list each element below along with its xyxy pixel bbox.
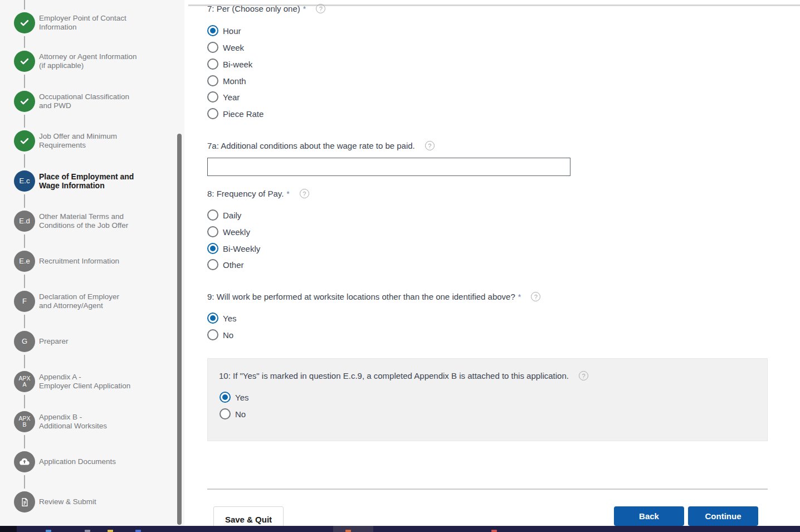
sidebar-item-attorney-agent[interactable]: Attorney or Agent Information (if applic…	[14, 51, 170, 72]
sidebar-item-declaration[interactable]: F Declaration of Employer and Attorney/A…	[14, 291, 170, 312]
q7-option-week[interactable]: Week	[207, 42, 244, 53]
radio-button[interactable]	[207, 91, 218, 103]
radio-button[interactable]	[219, 408, 231, 419]
q10-option-yes[interactable]: Yes	[219, 392, 248, 403]
back-button[interactable]: Back	[614, 506, 684, 526]
radio-label: Other	[223, 260, 244, 270]
sidebar-item-job-offer[interactable]: Job Offer and Minimum Requirements	[14, 130, 170, 152]
question-7-label: 7: Per (Choose only one)	[207, 4, 300, 13]
taskbar-icon-sliver	[46, 530, 51, 532]
sidebar-item-recruitment[interactable]: E.e Recruitment Information	[14, 251, 170, 272]
q8-option-daily[interactable]: Daily	[207, 209, 241, 221]
sidebar-item-label: Application Documents	[39, 457, 116, 466]
radio-label: Yes	[235, 393, 248, 402]
radio-button[interactable]	[207, 313, 218, 324]
radio-button[interactable]	[207, 58, 218, 70]
q7-option-hour[interactable]: Hour	[207, 25, 241, 36]
check-icon	[14, 130, 35, 152]
radio-label: No	[235, 409, 246, 419]
check-icon	[14, 51, 35, 72]
q8-option-other[interactable]: Other	[207, 259, 244, 270]
radio-label: Daily	[223, 211, 241, 220]
radio-button[interactable]	[219, 392, 231, 403]
radio-label: Hour	[223, 26, 241, 36]
question-circle-icon[interactable]: ?	[425, 141, 435, 150]
q7-option-month[interactable]: Month	[207, 75, 246, 86]
sidebar-item-label: Occupational Classification and PWD	[39, 92, 129, 110]
required-asterisk: *	[303, 4, 306, 13]
q8-option-weekly[interactable]: Weekly	[207, 226, 250, 237]
radio-button[interactable]	[207, 25, 218, 36]
sidebar-scrollbar-thumb[interactable]	[177, 134, 182, 525]
step-badge-ec: E.c	[14, 170, 35, 192]
sidebar-item-review-submit[interactable]: Review & Submit	[14, 491, 170, 513]
question-circle-icon[interactable]: ?	[579, 371, 588, 380]
sidebar-item-label: Preparer	[39, 337, 69, 346]
sidebar-item-label: Place of Employment and Wage Information	[39, 172, 134, 190]
required-asterisk: *	[286, 189, 289, 198]
cloud-upload-icon	[14, 451, 35, 472]
sidebar-item-appendix-a[interactable]: APX A Appendix A - Employer Client Appli…	[14, 371, 170, 392]
question-8-label-row: 8: Frequency of Pay. * ?	[207, 189, 309, 198]
q8-option-biweekly[interactable]: Bi-Weekly	[207, 243, 260, 254]
flag-application-page: Employer Point of Contact Information At…	[0, 0, 800, 532]
sidebar-item-other-material-terms[interactable]: E.d Other Material Terms and Conditions …	[14, 211, 170, 232]
radio-label: Week	[223, 43, 244, 52]
question-7a-label: 7a: Additional conditions about the wage…	[207, 141, 415, 150]
question-10-label-row: 10: If "Yes" is marked in question E.c.9…	[219, 371, 588, 380]
sidebar-item-label: Other Material Terms and Conditions of t…	[39, 212, 128, 230]
radio-button[interactable]	[207, 75, 218, 86]
taskbar-corner	[0, 526, 17, 532]
sidebar-item-label: Recruitment Information	[39, 257, 119, 266]
question-circle-icon[interactable]: ?	[300, 189, 309, 198]
sidebar-item-label: Review & Submit	[39, 497, 96, 506]
q7-option-year[interactable]: Year	[207, 91, 240, 103]
sidebar-item-label: Employer Point of Contact Information	[39, 14, 126, 32]
radio-button[interactable]	[207, 42, 218, 53]
taskbar-active-icon	[333, 526, 373, 532]
continue-button[interactable]: Continue	[688, 506, 758, 526]
radio-button[interactable]	[207, 209, 218, 221]
q7-option-piece-rate[interactable]: Piece Rate	[207, 108, 264, 119]
sidebar-item-label: Declaration of Employer and Attorney/Age…	[39, 292, 119, 310]
question-circle-icon[interactable]: ?	[316, 4, 325, 13]
radio-button[interactable]	[207, 108, 218, 119]
radio-label: Piece Rate	[223, 109, 264, 119]
q10-option-no[interactable]: No	[219, 408, 246, 419]
sidebar-item-employer-poc[interactable]: Employer Point of Contact Information	[14, 12, 170, 33]
sidebar-item-preparer[interactable]: G Preparer	[14, 331, 170, 352]
question-circle-icon[interactable]: ?	[531, 292, 540, 301]
taskbar-icon-sliver	[345, 530, 351, 532]
document-icon	[14, 491, 35, 513]
step-badge-g: G	[14, 331, 35, 352]
question-7a-label-row: 7a: Additional conditions about the wage…	[207, 141, 435, 150]
sidebar-item-application-documents[interactable]: Application Documents	[14, 451, 170, 472]
wage-conditions-input[interactable]	[207, 158, 570, 176]
q9-option-yes[interactable]: Yes	[207, 313, 236, 324]
sidebar-item-label: Appendix A - Employer Client Application	[39, 373, 130, 391]
sidebar-item-place-of-employment[interactable]: E.c Place of Employment and Wage Informa…	[14, 170, 170, 192]
sidebar-item-appendix-b[interactable]: APX B Appendix B - Additional Worksites	[14, 411, 170, 432]
q7-option-biweek[interactable]: Bi-week	[207, 58, 252, 70]
radio-label: No	[223, 330, 233, 340]
radio-label: Yes	[223, 314, 236, 323]
radio-button[interactable]	[207, 259, 218, 270]
progress-sidebar: Employer Point of Contact Information At…	[0, 0, 184, 526]
step-badge-ed: E.d	[14, 211, 35, 232]
taskbar-icon-sliver	[135, 530, 141, 532]
radio-button[interactable]	[207, 226, 218, 237]
radio-label: Bi-Weekly	[223, 244, 260, 253]
radio-button[interactable]	[207, 329, 218, 340]
question-7-label-row: 7: Per (Choose only one) * ?	[207, 4, 325, 13]
radio-label: Bi-week	[223, 60, 252, 69]
radio-label: Year	[223, 92, 240, 102]
q9-option-no[interactable]: No	[207, 329, 233, 340]
check-icon	[14, 12, 35, 33]
step-badge-apx-b: APX B	[14, 411, 35, 432]
question-8-label: 8: Frequency of Pay.	[207, 189, 284, 198]
sidebar-item-label: Job Offer and Minimum Requirements	[39, 132, 117, 150]
step-badge-ee: E.e	[14, 251, 35, 272]
radio-button[interactable]	[207, 243, 218, 254]
required-asterisk: *	[518, 292, 521, 301]
sidebar-item-occupational-classification[interactable]: Occupational Classification and PWD	[14, 91, 170, 112]
